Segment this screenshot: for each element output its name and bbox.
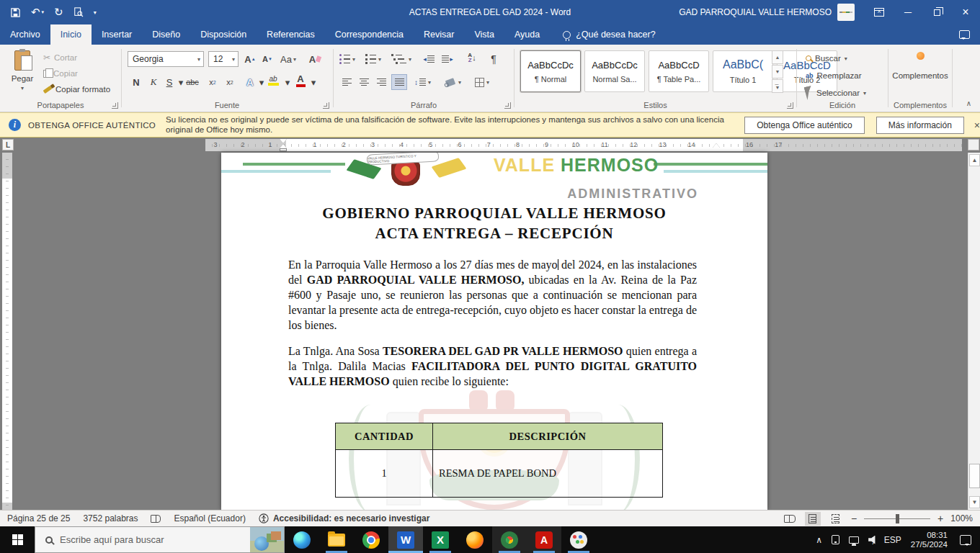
font-dialog-launcher[interactable]: [323, 102, 329, 109]
highlight-button[interactable]: ab: [266, 72, 280, 88]
tab-stop-selector[interactable]: L: [2, 139, 14, 150]
taskbar-edge-icon[interactable]: [285, 526, 319, 553]
align-right-button[interactable]: [374, 74, 388, 90]
borders-button[interactable]: ▾: [475, 74, 489, 90]
taskbar-paint-icon[interactable]: [561, 526, 596, 553]
minimize-button[interactable]: ─: [894, 0, 922, 24]
font-color-dropdown[interactable]: ▾: [306, 74, 321, 90]
language-indicator[interactable]: Español (Ecuador): [174, 513, 245, 523]
tab-ayuda[interactable]: Ayuda: [504, 24, 550, 45]
zoom-in-button[interactable]: +: [937, 513, 943, 524]
multilevel-list-button[interactable]: ▾: [391, 51, 411, 67]
line-spacing-button[interactable]: ↕▾: [414, 74, 431, 90]
clear-formatting-button[interactable]: A: [308, 51, 322, 67]
paragraph-2[interactable]: La Tnlga. Ana Sosa TESORERA DEL GAD PR V…: [288, 343, 697, 389]
justify-button[interactable]: [391, 74, 407, 90]
taskbar-acrobat-icon[interactable]: A: [527, 526, 561, 553]
style-normal-sa[interactable]: AaBbCcDcNormal Sa...: [584, 50, 645, 92]
tab-revisar[interactable]: Revisar: [414, 24, 464, 45]
taskbar-word-icon[interactable]: W: [388, 526, 423, 553]
table-row[interactable]: 1 RESMA DE PAPEL BOND: [336, 450, 663, 498]
numbering-button[interactable]: ▾: [365, 51, 381, 67]
font-color-button[interactable]: A: [293, 72, 308, 88]
superscript-button[interactable]: x2: [223, 74, 237, 90]
feedback-icon[interactable]: [959, 30, 970, 39]
sort-button[interactable]: AZ↓: [465, 50, 479, 66]
find-button[interactable]: Buscar▾: [806, 50, 847, 66]
change-case-button[interactable]: Aa▾: [280, 51, 296, 67]
scroll-down-button[interactable]: ▼: [969, 496, 980, 508]
bullets-button[interactable]: ▾: [339, 51, 355, 67]
redo-icon[interactable]: ↻: [54, 6, 63, 19]
save-icon[interactable]: [10, 7, 21, 18]
accessibility-status[interactable]: Accesibilidad: es necesario investigar: [259, 513, 429, 523]
shading-button[interactable]: ▾: [446, 74, 461, 90]
tab-insertar[interactable]: Insertar: [92, 24, 142, 45]
network-icon[interactable]: [849, 536, 859, 544]
taskbar-clock[interactable]: 08:31 27/5/2024: [911, 531, 948, 549]
read-mode-button[interactable]: [782, 512, 798, 526]
scroll-up-button[interactable]: ▲: [969, 154, 980, 166]
font-size-combo[interactable]: 12▾: [208, 51, 239, 67]
cell-desc[interactable]: RESMA DE PAPEL BOND: [433, 450, 663, 498]
italic-button[interactable]: K: [146, 74, 161, 90]
start-button[interactable]: [0, 526, 35, 553]
style-table-pa[interactable]: AaBbCcD¶ Table Pa...: [649, 50, 709, 92]
font-family-combo[interactable]: Georgia▾: [128, 51, 204, 67]
print-layout-button[interactable]: [805, 512, 821, 526]
web-layout-button[interactable]: [828, 512, 844, 526]
document-page[interactable]: VALLE HERMOSO TURÍSTICO Y PRODUCTIVO VAL…: [221, 153, 767, 510]
cut-button[interactable]: ✂Cortar: [43, 50, 110, 66]
taskbar-search-box[interactable]: Escribe aquí para buscar: [35, 526, 285, 553]
get-office-button[interactable]: Obtenga Office auténtico: [744, 117, 865, 134]
decrease-indent-button[interactable]: ◂: [422, 51, 436, 67]
first-line-indent-marker[interactable]: [280, 139, 287, 143]
tab-diseno[interactable]: Diseño: [142, 24, 190, 45]
pilcrow-button[interactable]: ¶: [486, 51, 501, 67]
print-preview-icon[interactable]: [74, 7, 84, 17]
items-table[interactable]: CANTIDAD DESCRIPCIÓN 1 RESMA DE PAPEL BO…: [335, 423, 663, 498]
search-daily-image[interactable]: [250, 527, 284, 552]
tab-referencias[interactable]: Referencias: [257, 24, 325, 45]
notification-center-icon[interactable]: [960, 535, 971, 545]
left-indent-marker[interactable]: [280, 148, 287, 151]
select-button[interactable]: Seleccionar▾: [806, 85, 866, 101]
zoom-out-button[interactable]: −: [851, 513, 857, 524]
close-button[interactable]: ×: [951, 0, 980, 24]
cell-qty[interactable]: 1: [336, 450, 433, 498]
account-name[interactable]: GAD PARROQUIAL VALLE HERMOSO: [679, 7, 832, 17]
vertical-scrollbar[interactable]: ▲ ▼: [968, 153, 980, 510]
subscript-button[interactable]: x2: [205, 74, 220, 90]
tab-inicio[interactable]: Inicio: [50, 24, 92, 45]
format-painter-button[interactable]: Copiar formato: [43, 81, 110, 97]
page-indicator[interactable]: Página 25 de 25: [7, 513, 70, 523]
taskbar-excel-icon[interactable]: X: [423, 526, 458, 553]
taskbar-chrome-icon[interactable]: [354, 526, 388, 553]
taskbar-firefox-icon[interactable]: [458, 526, 492, 553]
copy-button[interactable]: Copiar: [43, 66, 110, 81]
styles-scroll-down[interactable]: ▼: [772, 65, 783, 78]
keyboard-language[interactable]: ESP: [884, 535, 901, 545]
tray-device-icon[interactable]: [832, 535, 839, 544]
tab-archivo[interactable]: Archivo: [0, 24, 50, 45]
more-info-button[interactable]: Más información: [876, 117, 964, 134]
tray-expand-icon[interactable]: ∧: [816, 535, 822, 545]
style-normal[interactable]: AaBbCcDc¶ Normal: [520, 50, 581, 92]
collapse-ribbon-icon[interactable]: ∧: [966, 99, 971, 107]
clipboard-dialog-launcher[interactable]: [112, 102, 118, 109]
customize-qat-icon[interactable]: ▾: [94, 9, 97, 16]
right-indent-marker[interactable]: [713, 143, 720, 148]
bold-button[interactable]: N: [129, 74, 143, 90]
style-titulo-1[interactable]: AaBbC(Título 1: [713, 50, 773, 92]
ruler-toggle-button[interactable]: [968, 139, 979, 150]
zoom-level[interactable]: 100%: [950, 513, 973, 523]
styles-more-button[interactable]: ─▼: [772, 79, 783, 93]
tab-correspondencia[interactable]: Correspondencia: [325, 24, 414, 45]
align-center-button[interactable]: [357, 74, 371, 90]
strikethrough-button[interactable]: abc: [185, 74, 200, 90]
horizontal-ruler[interactable]: 321 12345678910111213141617: [205, 139, 962, 151]
taskbar-chrome-profile-icon[interactable]: [492, 526, 527, 553]
paste-button[interactable]: Pegar▾: [6, 50, 39, 91]
volume-icon[interactable]: ): [868, 536, 875, 544]
styles-dialog-launcher[interactable]: [787, 102, 793, 109]
